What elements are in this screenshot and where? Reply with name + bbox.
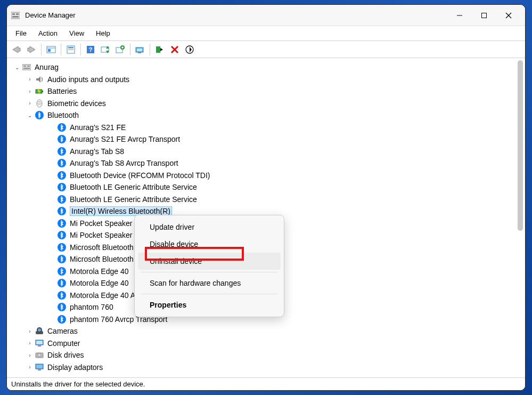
- forward-button[interactable]: [24, 43, 38, 57]
- svg-rect-55: [38, 369, 41, 370]
- scan-button[interactable]: [99, 43, 112, 57]
- menu-help[interactable]: Help: [91, 28, 116, 39]
- tree-bt-device-6[interactable]: Bluetooth LE Generic Attribute Service: [11, 194, 515, 206]
- toolbar-separator: [80, 44, 81, 55]
- tree-category-cameras[interactable]: ›Cameras: [11, 325, 515, 337]
- chevron-down-icon[interactable]: ⌄: [13, 65, 21, 70]
- tree-node-label: Cameras: [47, 327, 78, 335]
- context-menu: Update driver Disable device Uninstall d…: [134, 215, 284, 317]
- svg-point-52: [39, 354, 40, 356]
- chevron-right-icon[interactable]: ›: [26, 76, 34, 82]
- svg-rect-54: [36, 365, 43, 368]
- tree-node-label: Motorola Edge 40: [70, 267, 129, 276]
- tree-bt-device-3[interactable]: Anurag's Tab S8 Avrcp Transport: [11, 157, 515, 170]
- bt-icon: [57, 195, 67, 204]
- bt-icon: [57, 182, 67, 192]
- chevron-right-icon[interactable]: ›: [26, 340, 34, 346]
- audio-icon: [35, 75, 44, 84]
- tree-bt-device-1[interactable]: Anurag's S21 FE Avrcp Transport: [11, 133, 515, 146]
- update-driver-button[interactable]: [133, 43, 147, 57]
- chevron-right-icon[interactable]: ›: [26, 88, 34, 94]
- back-button[interactable]: [10, 43, 23, 57]
- tree-bt-device-0[interactable]: Anurag's S21 FE: [11, 122, 515, 134]
- bt-icon: [57, 315, 67, 324]
- tree-bt-device-5[interactable]: Bluetooth LE Generic Attribute Service: [11, 181, 515, 194]
- disk-icon: [35, 350, 44, 360]
- context-scan-hardware[interactable]: Scan for hardware changes: [138, 275, 281, 292]
- tree-category-audio[interactable]: ›Audio inputs and outputs: [11, 74, 515, 86]
- bt-icon: [57, 254, 67, 264]
- tree-node-label: Disk drives: [47, 351, 84, 359]
- tree-category-biometric[interactable]: ›Biometric devices: [11, 98, 515, 110]
- bt-icon: [57, 219, 67, 228]
- add-legacy-button[interactable]: [113, 43, 127, 57]
- svg-rect-38: [23, 68, 30, 69]
- pc-icon: [22, 62, 31, 72]
- devices-by-type-button[interactable]: [183, 43, 197, 57]
- status-text: Uninstalls the driver for the selected d…: [11, 380, 145, 388]
- tree-node-label: Batteries: [47, 87, 77, 95]
- device-manager-window: Device Manager File Action View Help: [6, 4, 526, 391]
- help-button[interactable]: ?: [84, 43, 97, 57]
- bt-icon: [57, 158, 67, 168]
- tree-category-disk[interactable]: ›Disk drives: [11, 349, 515, 361]
- svg-rect-14: [68, 47, 73, 48]
- svg-text:?: ?: [89, 46, 93, 53]
- show-hidden-button[interactable]: [44, 43, 58, 57]
- tree-node-label: Anurag's Tab S8: [70, 147, 124, 156]
- enable-button[interactable]: [153, 43, 167, 57]
- properties-button[interactable]: [64, 43, 78, 57]
- minimize-button[interactable]: [447, 7, 472, 24]
- context-update-driver[interactable]: Update driver: [138, 219, 281, 236]
- chevron-right-icon[interactable]: ›: [26, 352, 34, 358]
- svg-marker-8: [13, 46, 20, 53]
- tree-category-display[interactable]: ›Display adaptors: [11, 361, 515, 374]
- tree-bt-device-4[interactable]: Bluetooth Device (RFCOMM Protocol TDI): [11, 170, 515, 182]
- bt-icon: [57, 278, 67, 288]
- scrollbar[interactable]: [518, 60, 523, 231]
- context-separator: [141, 272, 277, 272]
- menu-file[interactable]: File: [10, 28, 32, 39]
- maximize-button[interactable]: [472, 7, 496, 24]
- tree-category-computer[interactable]: ›Computer: [11, 337, 515, 350]
- svg-rect-37: [27, 66, 30, 67]
- bt-icon: [57, 291, 67, 300]
- tree-node-label: Mi Pocket Speaker 2: [70, 219, 138, 228]
- tree-node-label: Bluetooth Device (RFCOMM Protocol TDI): [70, 171, 210, 180]
- menu-action[interactable]: Action: [33, 28, 63, 39]
- close-button[interactable]: [496, 7, 521, 24]
- toolbar-separator: [130, 44, 130, 55]
- toolbar-separator: [150, 44, 150, 55]
- chevron-right-icon[interactable]: ›: [26, 364, 34, 370]
- bt-icon: [57, 206, 67, 216]
- chevron-right-icon[interactable]: ›: [26, 100, 34, 106]
- toolbar-separator: [61, 44, 61, 55]
- toolbar-separator: [41, 44, 42, 55]
- camera-icon: [35, 326, 44, 336]
- svg-rect-49: [38, 345, 41, 346]
- menu-view[interactable]: View: [64, 28, 89, 39]
- svg-rect-16: [68, 50, 73, 50]
- svg-rect-27: [137, 49, 142, 51]
- tree-node-label: Computer: [47, 339, 80, 348]
- context-uninstall-device[interactable]: Uninstall device: [138, 253, 281, 270]
- tree-node-label: Anurag's S21 FE: [70, 123, 126, 132]
- tree-category-batteries[interactable]: ›Batteries: [11, 85, 515, 98]
- tree-bt-device-2[interactable]: Anurag's Tab S8: [11, 146, 515, 158]
- tree-node-label: Biometric devices: [47, 99, 106, 108]
- tree-root[interactable]: ⌄Anurag: [11, 61, 515, 74]
- context-properties[interactable]: Properties: [138, 296, 281, 313]
- context-separator: [141, 294, 277, 294]
- toolbar: ?: [7, 41, 525, 58]
- chevron-right-icon[interactable]: ›: [26, 328, 34, 334]
- tree-node-label: Display adaptors: [47, 363, 103, 372]
- tree-category-bluetooth[interactable]: ⌄Bluetooth: [11, 109, 515, 122]
- display-icon: [35, 362, 44, 372]
- uninstall-button[interactable]: [168, 43, 182, 57]
- bt-icon: [57, 302, 67, 312]
- context-disable-device[interactable]: Disable device: [138, 236, 281, 253]
- tree-node-label: phantom 760: [70, 303, 113, 311]
- battery-icon: [35, 86, 44, 96]
- chevron-down-icon[interactable]: ⌄: [26, 112, 34, 118]
- svg-rect-41: [42, 91, 43, 92]
